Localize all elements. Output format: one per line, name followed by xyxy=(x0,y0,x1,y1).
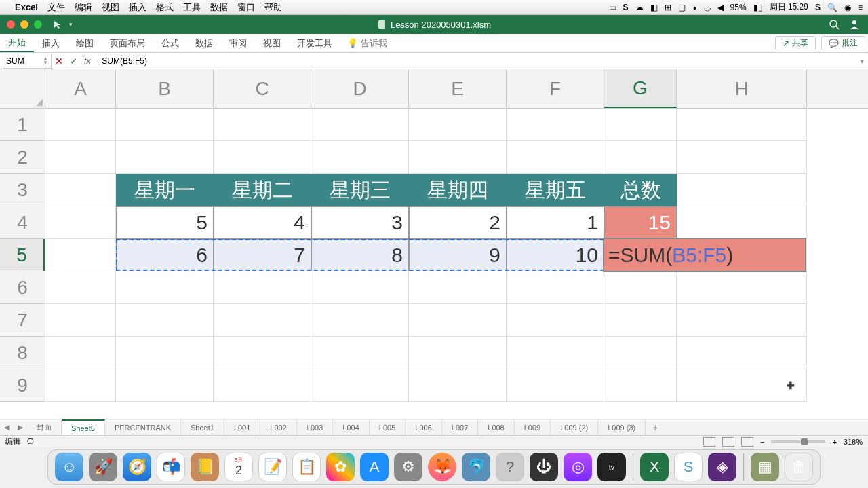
tell-me[interactable]: 💡 告诉我 xyxy=(340,34,394,52)
macro-icon[interactable]: ⎔ xyxy=(27,437,34,446)
view-layout-button[interactable] xyxy=(722,437,734,447)
cell[interactable] xyxy=(507,337,604,369)
menu-window[interactable]: 窗口 xyxy=(237,1,255,14)
cell-C5[interactable]: 7 xyxy=(214,239,311,271)
dock-safari[interactable]: 🧭 xyxy=(123,453,151,481)
menu-data[interactable]: 数据 xyxy=(210,1,228,14)
cell[interactable] xyxy=(45,174,116,206)
cell[interactable] xyxy=(677,109,807,141)
user-icon[interactable] xyxy=(849,19,860,30)
cloud-icon[interactable]: ☁ xyxy=(635,3,644,12)
row-1[interactable]: 1 xyxy=(0,109,45,141)
search-icon[interactable] xyxy=(829,19,840,30)
add-sheet-button[interactable]: + xyxy=(646,422,665,433)
cell[interactable] xyxy=(214,304,311,337)
tray-icon[interactable]: S xyxy=(815,3,821,12)
cell-F4[interactable]: 1 xyxy=(507,206,604,239)
cell[interactable] xyxy=(116,109,214,141)
cell[interactable] xyxy=(45,369,116,402)
dock-finder[interactable]: ☺ xyxy=(55,453,83,481)
tab-pagelayout[interactable]: 页面布局 xyxy=(102,34,153,52)
row-2[interactable]: 2 xyxy=(0,141,45,174)
dock-podcasts[interactable]: ◎ xyxy=(564,453,592,481)
cell[interactable] xyxy=(677,337,807,369)
cell[interactable] xyxy=(409,141,507,174)
maximize-button[interactable] xyxy=(34,20,42,29)
qat-dropdown-icon[interactable]: ▾ xyxy=(69,21,73,28)
editing-cell[interactable]: =SUM(B5:F5) xyxy=(604,239,805,271)
cell[interactable] xyxy=(507,369,604,402)
dock-firefox[interactable]: 🦊 xyxy=(428,453,456,481)
col-H[interactable]: H xyxy=(677,69,807,108)
row-headers[interactable]: 1 2 3 4 5 6 7 8 9 xyxy=(0,109,45,402)
cell[interactable] xyxy=(677,141,807,174)
sheet-tab[interactable]: L003 xyxy=(297,419,333,435)
comments-button[interactable]: 💬 批注 xyxy=(821,36,865,50)
cell[interactable] xyxy=(214,369,311,402)
row-3[interactable]: 3 xyxy=(0,174,45,206)
sheet-nav-prev-icon[interactable]: ◀ xyxy=(0,423,14,432)
name-box[interactable]: SUM ▲▼ xyxy=(3,54,52,69)
sheet-tab[interactable]: L008 xyxy=(478,419,514,435)
cell[interactable] xyxy=(45,109,116,141)
cell[interactable] xyxy=(311,337,409,369)
close-button[interactable] xyxy=(7,20,15,29)
cell-E5[interactable]: 9 xyxy=(409,239,507,271)
cell[interactable] xyxy=(409,369,507,402)
bluetooth-icon[interactable]: ⬧ xyxy=(692,3,697,12)
dock-app[interactable]: ◈ xyxy=(708,453,736,481)
cell[interactable] xyxy=(311,304,409,337)
tab-draw[interactable]: 绘图 xyxy=(68,34,102,52)
cancel-icon[interactable]: ✕ xyxy=(52,56,66,67)
col-C[interactable]: C xyxy=(214,69,311,108)
col-G[interactable]: G xyxy=(604,69,677,108)
header-thu[interactable]: 星期四 xyxy=(409,174,507,206)
menu-tools[interactable]: 工具 xyxy=(183,1,201,14)
dock-notes[interactable]: 📝 xyxy=(258,453,287,481)
cell[interactable] xyxy=(409,337,507,369)
cell[interactable] xyxy=(116,337,214,369)
header-tue[interactable]: 星期二 xyxy=(214,174,311,206)
sheet-tab[interactable]: L009 (2) xyxy=(551,419,598,435)
dock-app[interactable]: ⏻ xyxy=(530,453,558,481)
menu-view[interactable]: 视图 xyxy=(102,1,119,14)
cell[interactable] xyxy=(677,304,807,337)
dock-calendar[interactable]: 8月2 xyxy=(224,453,253,481)
cell[interactable] xyxy=(507,141,604,174)
dock-excel[interactable]: X xyxy=(640,453,669,481)
cell[interactable] xyxy=(214,337,311,369)
cell[interactable] xyxy=(311,141,409,174)
fx-icon[interactable]: fx xyxy=(81,56,93,66)
row-4[interactable]: 4 xyxy=(0,206,45,239)
cell[interactable] xyxy=(677,174,807,206)
cell[interactable] xyxy=(604,337,677,369)
namebox-spinner-icon[interactable]: ▲▼ xyxy=(43,57,48,65)
formula-input[interactable]: =SUM(B5:F5) xyxy=(93,56,856,66)
cell[interactable] xyxy=(409,271,507,304)
row-8[interactable]: 8 xyxy=(0,337,45,369)
dock-snagit[interactable]: S xyxy=(674,453,703,481)
menu-format[interactable]: 格式 xyxy=(156,1,174,14)
sheet-tab[interactable]: L002 xyxy=(260,419,296,435)
select-all-button[interactable] xyxy=(0,69,45,109)
cell[interactable] xyxy=(604,271,677,304)
col-E[interactable]: E xyxy=(409,69,507,108)
tray-icon[interactable]: ▭ xyxy=(609,3,616,12)
share-button[interactable]: ↗ 共享 xyxy=(775,36,816,50)
cell[interactable] xyxy=(45,337,116,369)
menu-edit[interactable]: 编辑 xyxy=(75,1,92,14)
dock-folder[interactable]: ▦ xyxy=(751,453,779,481)
sheet-tab[interactable]: L009 (3) xyxy=(598,419,646,435)
tab-formulas[interactable]: 公式 xyxy=(153,34,187,52)
dock-photos[interactable]: ✿ xyxy=(326,453,355,481)
tab-review[interactable]: 审阅 xyxy=(221,34,255,52)
cell[interactable] xyxy=(604,109,677,141)
wifi-icon[interactable]: ◡ xyxy=(704,3,711,12)
cell-E4[interactable]: 2 xyxy=(409,206,507,239)
cell[interactable] xyxy=(214,141,311,174)
tab-data[interactable]: 数据 xyxy=(187,34,221,52)
cell[interactable] xyxy=(677,206,807,239)
enter-icon[interactable]: ✓ xyxy=(66,56,81,67)
menu-help[interactable]: 帮助 xyxy=(264,1,282,14)
cell[interactable] xyxy=(45,239,116,271)
